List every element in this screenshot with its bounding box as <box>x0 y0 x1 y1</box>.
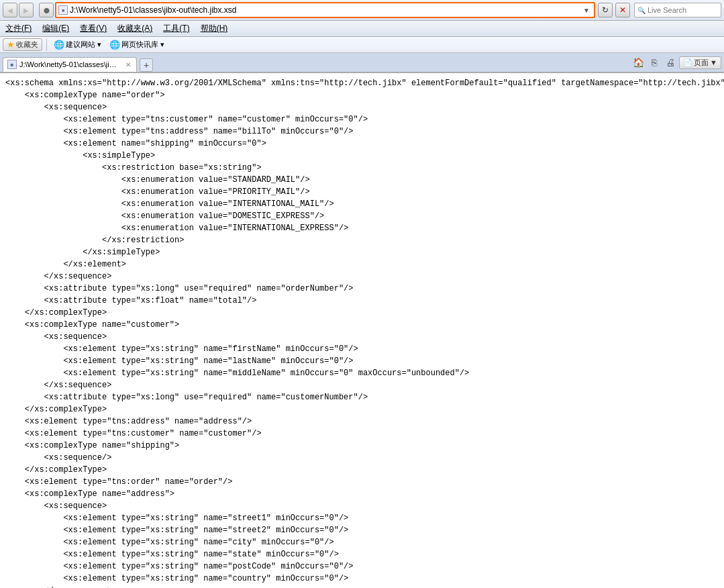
xml-line: <xs:enumeration value="INTERNATIONAL_EXP… <box>5 222 719 234</box>
view-menu[interactable]: 查看(V) <box>77 22 109 35</box>
fav-separator <box>46 39 47 51</box>
xml-line: <xs:element type="xs:string" name="count… <box>5 573 719 585</box>
xml-content: <xs:schema xmlns:xs="http://www.w3.org/2… <box>5 77 719 588</box>
xml-line: <xs:sequence/> <box>5 452 719 464</box>
forward-button[interactable]: ▶ <box>19 3 34 17</box>
xml-line: </xs:sequence> <box>5 585 719 588</box>
content-area: <xs:schema xmlns:xs="http://www.w3.org/2… <box>0 73 724 588</box>
xml-line: <xs:sequence> <box>5 331 719 343</box>
home-button[interactable]: 🏠 <box>631 55 645 70</box>
xml-line: <xs:attribute type="xs:long" use="requir… <box>5 391 719 403</box>
web-slices-label: 网页快讯库 ▾ <box>121 40 164 50</box>
xml-line: <xs:element type="xs:string" name="postC… <box>5 560 719 573</box>
back-button[interactable]: ◀ <box>3 3 17 17</box>
favorites-menu[interactable]: 收藏夹(A) <box>115 22 155 35</box>
xml-line: <xs:sequence> <box>5 500 719 512</box>
print-button[interactable]: 🖨 <box>663 55 678 70</box>
star-icon: ★ <box>7 40 15 50</box>
xml-line: <xs:enumeration value="PRIORITY_MAIL"/> <box>5 186 719 198</box>
page-dropdown-icon: ▼ <box>710 58 717 66</box>
web-slices-icon: 🌐 <box>109 40 120 50</box>
xml-line: <xs:element type="xs:string" name="stree… <box>5 524 719 536</box>
nav-bar: ◀ ▶ ⬤ ■ ▼ ↻ ✕ 🔍 <box>0 0 724 21</box>
xml-line: </xs:sequence> <box>5 271 719 283</box>
xml-line: <xs:complexType name="address"> <box>5 488 719 500</box>
xml-line: <xs:element type="xs:string" name="city"… <box>5 536 719 548</box>
new-tab-button[interactable]: + <box>140 58 153 72</box>
xml-line: <xs:simpleType> <box>5 150 719 162</box>
search-icon: 🔍 <box>637 7 645 14</box>
xml-line: </xs:element> <box>5 258 719 271</box>
address-favicon: ■ <box>58 5 68 15</box>
xml-line: <xs:complexType name="customer"> <box>5 319 719 331</box>
active-tab[interactable]: ■ J:\Work\netty5-01\classes\jibx-out\tec… <box>3 57 137 72</box>
favorites-button[interactable]: ★ 收藏夹 <box>3 38 42 51</box>
tools-menu[interactable]: 工具(T) <box>160 22 192 35</box>
xml-line: </xs:restriction> <box>5 234 719 246</box>
xml-line: <xs:element type="xs:string" name="first… <box>5 343 719 355</box>
xml-line: <xs:sequence> <box>5 101 719 113</box>
xml-line: <xs:element type="tns:address" name="add… <box>5 415 719 428</box>
page-label: 页面 <box>694 58 709 68</box>
stop-button[interactable]: ✕ <box>615 3 630 17</box>
web-slices-link[interactable]: 🌐 网页快讯库 ▾ <box>107 39 167 50</box>
address-dropdown[interactable]: ▼ <box>581 5 592 15</box>
nav-circle-button[interactable]: ⬤ <box>39 3 54 17</box>
suggest-sites-icon: 🌐 <box>54 40 64 50</box>
xml-line: <xs:attribute type="xs:float" name="tota… <box>5 295 719 307</box>
feeds-button[interactable]: ⎘ <box>647 55 662 70</box>
xml-line: <xs:element name="shipping" minOccurs="0… <box>5 138 719 150</box>
refresh-button[interactable]: ↻ <box>598 3 613 17</box>
suggest-sites-label: 建议网站 ▾ <box>66 40 101 50</box>
tab-favicon: ■ <box>7 60 17 69</box>
xml-line: <xs:enumeration value="INTERNATIONAL_MAI… <box>5 198 719 210</box>
favorites-label: 收藏夹 <box>16 40 38 50</box>
xml-line: </xs:complexType> <box>5 464 719 476</box>
xml-line: <xs:element type="xs:string" name="middl… <box>5 367 719 379</box>
xml-line: <xs:element type="xs:string" name="state… <box>5 548 719 560</box>
tab-bar: ■ J:\Work\netty5-01\classes\jibx-out\tec… <box>0 53 724 72</box>
xml-line: </xs:sequence> <box>5 379 719 391</box>
help-menu[interactable]: 帮助(H) <box>198 22 231 35</box>
xml-line: <xs:complexType name="order"> <box>5 89 719 101</box>
menu-bar: 文件(F) 编辑(E) 查看(V) 收藏夹(A) 工具(T) 帮助(H) <box>0 21 724 37</box>
search-input[interactable] <box>648 6 708 14</box>
xml-line: <xs:element type="xs:string" name="lastN… <box>5 355 719 367</box>
address-bar: ■ ▼ <box>55 2 595 18</box>
browser-frame: ◀ ▶ ⬤ ■ ▼ ↻ ✕ 🔍 文件(F) 编辑(E) 查看(V) 收藏夹(A)… <box>0 0 724 73</box>
tab-label: J:\Work\netty5-01\classes\jibx-out\tech.… <box>19 60 120 68</box>
xml-line: <xs:element type="tns:customer" name="cu… <box>5 428 719 440</box>
page-button[interactable]: 📄 页面 ▼ <box>679 56 721 69</box>
address-input[interactable] <box>70 5 581 15</box>
suggest-sites-link[interactable]: 🌐 建议网站 ▾ <box>51 39 104 50</box>
xml-line: </xs:complexType> <box>5 307 719 319</box>
page-icon: 📄 <box>683 58 692 67</box>
xml-line: <xs:attribute type="xs:long" use="requir… <box>5 283 719 295</box>
xml-line: </xs:complexType> <box>5 403 719 415</box>
xml-line: <xs:restriction base="xs:string"> <box>5 162 719 174</box>
xml-line: <xs:element type="tns:address" name="bil… <box>5 126 719 138</box>
xml-line: <xs:enumeration value="DOMESTIC_EXPRESS"… <box>5 210 719 222</box>
xml-line: </xs:simpleType> <box>5 246 719 258</box>
edit-menu[interactable]: 编辑(E) <box>40 22 72 35</box>
xml-line: <xs:enumeration value="STANDARD_MAIL"/> <box>5 174 719 186</box>
tab-close-button[interactable]: ✕ <box>125 61 131 68</box>
xml-line: <xs:complexType name="shipping"> <box>5 440 719 452</box>
xml-line: <xs:schema xmlns:xs="http://www.w3.org/2… <box>5 77 719 89</box>
xml-line: <xs:element type="tns:customer" name="cu… <box>5 113 719 126</box>
xml-line: <xs:element type="xs:string" name="stree… <box>5 512 719 524</box>
tab-bar-right: 🏠 ⎘ 🖨 📄 页面 ▼ <box>631 55 721 72</box>
xml-line: <xs:element type="tns:order" name="order… <box>5 476 719 488</box>
live-search-wrap: 🔍 <box>634 3 721 17</box>
favorites-bar: ★ 收藏夹 🌐 建议网站 ▾ 🌐 网页快讯库 ▾ <box>0 37 724 53</box>
file-menu[interactable]: 文件(F) <box>3 22 34 35</box>
